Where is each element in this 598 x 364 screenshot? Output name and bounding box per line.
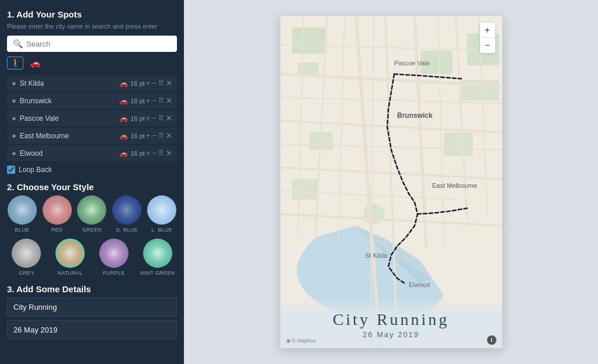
spot-increase-btn[interactable]: + <box>146 97 151 104</box>
style-label-dblue: D. BLUE <box>116 227 138 233</box>
spot-decrease-btn[interactable]: − <box>152 79 157 87</box>
style-item-purple[interactable]: PURPLE <box>95 239 134 276</box>
style-label-mint: MINT GREEN <box>140 270 175 276</box>
search-input[interactable] <box>26 40 171 48</box>
spot-transport-icon: 🚗 <box>119 132 128 140</box>
map-main-title: City Running <box>292 310 491 329</box>
spot-name: St Kilda <box>20 79 119 88</box>
loop-back-row: Loop Back <box>7 166 177 174</box>
style-circle-grey <box>12 239 41 268</box>
spot-delete-btn[interactable]: ✕ <box>166 149 172 157</box>
spot-increase-btn[interactable]: + <box>146 114 151 122</box>
spot-row: ● Pascoe Vale 🚗 16 pt + − ⠿ ✕ <box>7 110 177 126</box>
style-circle-mint <box>143 239 172 268</box>
spot-list: ● St Kilda 🚗 16 pt + − ⠿ ✕ ● Brunswick 🚗… <box>7 75 177 161</box>
section-add-details: 3. Add Some Details <box>7 284 177 343</box>
svg-text:Elwood: Elwood <box>409 281 430 288</box>
style-item-red[interactable]: RED <box>42 195 72 233</box>
spot-increase-btn[interactable]: + <box>146 79 151 87</box>
spot-pin-icon: ● <box>12 96 16 105</box>
style-item-green[interactable]: GREEN <box>77 195 107 233</box>
spot-name: East Melbourne <box>20 132 119 140</box>
spot-controls: + − ⠿ ✕ <box>146 79 172 87</box>
style-circle-green <box>77 195 106 225</box>
spot-pt: 16 pt <box>130 80 144 87</box>
spot-increase-btn[interactable]: + <box>146 132 151 139</box>
spot-transport-icon: 🚗 <box>119 114 128 123</box>
spot-pin-icon: ● <box>12 79 16 88</box>
section-add-spots: 1. Add Your Spots Please enter the city … <box>7 9 177 174</box>
style-label-blue: BLUE <box>15 227 30 233</box>
style-grid-row2: GREY NATURAL PURPLE MINT GREEN <box>7 239 177 276</box>
style-circle-dblue <box>112 195 141 225</box>
spot-name: Elwood <box>20 149 119 158</box>
zoom-out-button[interactable]: − <box>480 38 495 53</box>
style-item-blue[interactable]: BLUE <box>7 195 37 233</box>
zoom-in-button[interactable]: + <box>480 23 495 38</box>
transport-icons: 🚶 🚗 <box>7 57 177 69</box>
car-icon[interactable]: 🚗 <box>27 57 43 69</box>
svg-rect-8 <box>292 179 318 200</box>
search-box: 🔍 <box>7 36 177 52</box>
spot-decrease-btn[interactable]: − <box>152 132 157 139</box>
svg-text:East Melbourne: East Melbourne <box>432 182 477 189</box>
style-label-green: GREEN <box>82 227 102 233</box>
section1-subtitle: Please enter the city name in search and… <box>7 23 177 30</box>
spot-decrease-btn[interactable]: − <box>152 149 157 157</box>
style-circle-natural <box>55 239 85 268</box>
spot-drag-btn[interactable]: ⠿ <box>158 79 164 87</box>
mapbox-logo: ◉ © Mapbox <box>286 338 316 344</box>
svg-rect-7 <box>444 132 473 156</box>
style-circle-blue <box>8 195 37 225</box>
right-panel: Pascoe Vale Brunswick East Melbourne St … <box>184 0 598 364</box>
spot-controls: + − ⠿ ✕ <box>146 114 172 122</box>
spot-row: ● St Kilda 🚗 16 pt + − ⠿ ✕ <box>7 75 177 91</box>
svg-text:Brunswick: Brunswick <box>397 111 433 120</box>
svg-point-9 <box>363 204 384 225</box>
spot-decrease-btn[interactable]: − <box>152 114 157 122</box>
map-subtitle: 26 May 2019 <box>292 330 491 339</box>
spot-drag-btn[interactable]: ⠿ <box>158 97 164 104</box>
spot-transport-icon: 🚗 <box>119 79 128 88</box>
spot-transport-icon: 🚗 <box>119 97 128 105</box>
spot-delete-btn[interactable]: ✕ <box>166 97 172 104</box>
map-title-input[interactable] <box>7 298 177 317</box>
spot-pin-icon: ● <box>12 149 16 158</box>
svg-text:St Kilda: St Kilda <box>365 252 388 259</box>
spot-decrease-btn[interactable]: − <box>152 97 157 104</box>
style-item-dblue[interactable]: D. BLUE <box>112 195 142 233</box>
spot-increase-btn[interactable]: + <box>146 149 151 157</box>
style-item-grey[interactable]: GREY <box>7 239 46 276</box>
map-date-input[interactable] <box>7 320 177 340</box>
walk-icon[interactable]: 🚶 <box>7 57 23 69</box>
spot-drag-btn[interactable]: ⠿ <box>158 114 164 122</box>
section-choose-style: 2. Choose Your Style BLUE RED GREEN D. B… <box>7 182 177 276</box>
spot-delete-btn[interactable]: ✕ <box>166 132 172 139</box>
style-item-natural[interactable]: NATURAL <box>51 239 90 276</box>
style-label-lblue: L. BLUE <box>151 227 172 233</box>
left-panel: 1. Add Your Spots Please enter the city … <box>0 0 184 364</box>
loop-back-checkbox[interactable] <box>7 166 15 174</box>
spot-row: ● East Melbourne 🚗 16 pt + − ⠿ ✕ <box>7 128 177 144</box>
style-item-lblue[interactable]: L. BLUE <box>147 195 177 233</box>
spot-row: ● Elwood 🚗 16 pt + − ⠿ ✕ <box>7 145 177 161</box>
spot-controls: + − ⠿ ✕ <box>146 149 172 157</box>
spot-delete-btn[interactable]: ✕ <box>166 114 172 122</box>
style-circle-red <box>43 195 72 225</box>
style-circle-purple <box>99 239 128 268</box>
spot-name: Brunswick <box>20 97 119 105</box>
style-label-red: RED <box>51 227 63 233</box>
spot-pt: 16 pt <box>130 132 144 139</box>
spot-pin-icon: ● <box>12 131 16 140</box>
style-label-grey: GREY <box>19 270 34 276</box>
spot-row: ● Brunswick 🚗 16 pt + − ⠿ ✕ <box>7 93 177 108</box>
style-item-mint[interactable]: MINT GREEN <box>138 239 177 276</box>
spot-pin-icon: ● <box>12 114 16 123</box>
spot-delete-btn[interactable]: ✕ <box>166 79 172 87</box>
style-circle-lblue <box>147 195 176 225</box>
spot-controls: + − ⠿ ✕ <box>146 97 172 104</box>
info-button[interactable]: ℹ <box>487 335 496 345</box>
loop-back-label: Loop Back <box>19 166 52 174</box>
spot-drag-btn[interactable]: ⠿ <box>158 132 164 139</box>
spot-drag-btn[interactable]: ⠿ <box>158 149 164 157</box>
